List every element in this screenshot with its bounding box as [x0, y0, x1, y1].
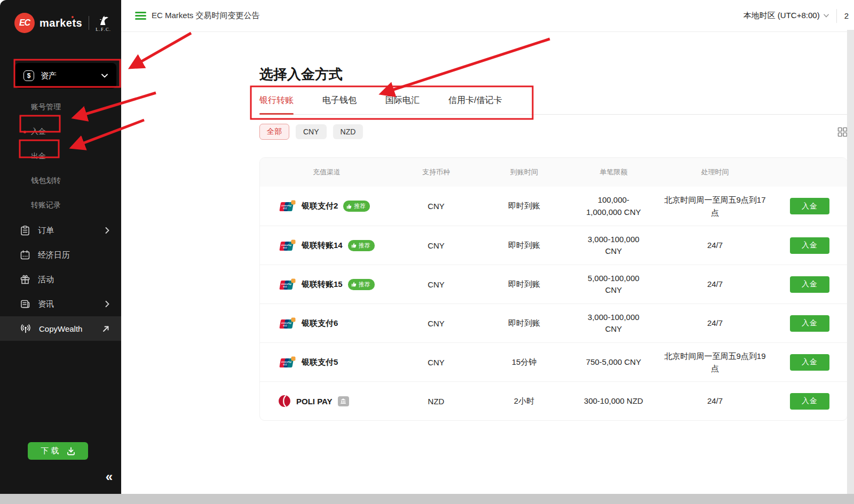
- deposit-channels-table: 充值渠道 支持币种 到账时间 单笔限额 处理时间 UnionPay: [259, 157, 848, 421]
- sidebar-item-account-management[interactable]: 账号管理: [0, 95, 121, 119]
- unread-dot: [23, 131, 26, 133]
- per-transaction-limit: 300-10,000 NZD: [584, 395, 643, 407]
- grid-view-toggle[interactable]: [837, 127, 848, 137]
- table-row: UnionPay 银联 银联支付2 推荐 CNY 即时到账 1: [260, 187, 847, 226]
- sidebar-item-withdraw[interactable]: 出金: [0, 144, 121, 169]
- table-row: UnionPay 银联 银联支付5 CNY 15分钟 750-5,000 CNY…: [260, 342, 847, 381]
- per-transaction-limit: 3,000-100,000 CNY: [580, 311, 647, 335]
- app-window: EC markets L.F.C. 资产 账号管理: [0, 0, 854, 504]
- svg-text:银联: 银联: [282, 207, 288, 210]
- sidebar-item-assets[interactable]: 资产: [15, 63, 116, 89]
- channel-name: POLI PAY: [296, 397, 333, 406]
- processing-time: 北京时间周一至周五9点到19点: [662, 350, 769, 375]
- thumbs-up-icon: [346, 204, 352, 209]
- announcement-banner[interactable]: EC Markets 交易时间变更公告: [135, 11, 260, 21]
- processing-time: 24/7: [707, 317, 723, 329]
- filter-cny[interactable]: CNY: [296, 124, 327, 139]
- arrival-time: 15分钟: [512, 357, 537, 367]
- table-header: 充值渠道 支持币种 到账时间 单笔限额 处理时间: [260, 158, 847, 187]
- timezone-label: 本地时区 (UTC+8:00): [744, 11, 820, 21]
- deposit-button[interactable]: 入金: [790, 393, 829, 410]
- filter-all[interactable]: 全部: [259, 124, 289, 140]
- svg-text:UnionPay: UnionPay: [281, 204, 292, 207]
- news-icon: [20, 299, 30, 309]
- deposit-button[interactable]: 入金: [790, 198, 829, 214]
- topbar-divider: [836, 9, 837, 23]
- svg-text:UnionPay: UnionPay: [281, 361, 292, 363]
- currency-filters: 全部 CNY NZD: [259, 124, 848, 140]
- calendar-icon: [20, 250, 30, 260]
- sidebar-item-news[interactable]: 资讯: [0, 292, 121, 316]
- processing-time: 24/7: [707, 395, 723, 407]
- filter-nzd[interactable]: NZD: [333, 124, 363, 139]
- external-link-icon: [102, 325, 109, 332]
- column-header: 充值渠道: [313, 167, 341, 177]
- arrival-time: 即时到账: [508, 241, 540, 251]
- sidebar-item-label: 出金: [31, 151, 46, 161]
- tab-e-wallet[interactable]: 电子钱包: [322, 95, 357, 114]
- logo: EC markets L.F.C.: [0, 0, 121, 38]
- sidebar-item-deposit[interactable]: 入金: [0, 119, 121, 144]
- deposit-button[interactable]: 入金: [790, 237, 829, 254]
- brand-name: markets: [39, 17, 82, 29]
- recommend-badge: 推荐: [348, 279, 375, 290]
- badge-label: 推荐: [359, 281, 370, 289]
- sidebar-item-economic-calendar[interactable]: 经济日历: [0, 243, 121, 267]
- thumbs-up-icon: [351, 282, 357, 287]
- download-icon: [67, 447, 75, 455]
- deposit-button[interactable]: 入金: [790, 354, 829, 371]
- arrival-time: 即时到账: [508, 279, 540, 290]
- download-button[interactable]: 下载: [28, 442, 88, 460]
- column-header: 单笔限额: [600, 167, 628, 177]
- tab-credit-debit-card[interactable]: 信用卡/借记卡: [448, 95, 502, 114]
- sidebar-main-menu: 订单 经济日历: [0, 218, 121, 341]
- svg-text:UnionPay: UnionPay: [281, 244, 292, 246]
- topbar: EC Markets 交易时间变更公告 本地时区 (UTC+8:00) 2: [121, 0, 854, 32]
- sidebar-item-transfer-records[interactable]: 转账记录: [0, 193, 121, 218]
- announcement-text: EC Markets 交易时间变更公告: [152, 11, 260, 21]
- logo-divider: [89, 16, 89, 30]
- unionpay-icon: UnionPay 银联: [278, 356, 296, 369]
- processing-time: 北京时间周一至周五9点到17点: [662, 194, 769, 219]
- sidebar-item-copywealth[interactable]: CopyWealth: [0, 316, 121, 341]
- tab-bank-transfer[interactable]: 银行转账: [259, 95, 294, 114]
- bank-badge: [338, 396, 349, 406]
- tab-international-wire[interactable]: 国际电汇: [385, 95, 420, 114]
- sidebar-item-wallet-transfer[interactable]: 钱包划转: [0, 169, 121, 193]
- per-transaction-limit: 3,000-100,000 CNY: [580, 234, 647, 258]
- processing-time: 24/7: [707, 278, 723, 290]
- supported-currency: CNY: [428, 202, 445, 211]
- svg-text:银联: 银联: [282, 324, 288, 327]
- sidebar-item-orders[interactable]: 订单: [0, 218, 121, 243]
- ec-markets-logo-icon: EC: [14, 13, 35, 33]
- table-row: UnionPay 银联 银联转账15 推荐 CNY 即时到账: [260, 265, 847, 303]
- supported-currency: CNY: [428, 280, 445, 289]
- arrival-time: 即时到账: [508, 318, 540, 329]
- badge-label: 推荐: [359, 242, 370, 250]
- timezone-selector[interactable]: 本地时区 (UTC+8:00): [744, 11, 829, 21]
- sidebar-item-promotions[interactable]: 活动: [0, 267, 121, 292]
- collapse-sidebar-button[interactable]: [106, 470, 113, 483]
- table-row: POLI PAY NZD 2小时 300-10,000 NZD 24/7 入金: [260, 381, 847, 420]
- sidebar-item-label: 转账记录: [31, 201, 61, 210]
- datetime-text: 2: [844, 11, 849, 20]
- page-title: 选择入金方式: [259, 65, 848, 84]
- per-transaction-limit: 5,000-100,000 CNY: [580, 273, 647, 297]
- table-row: UnionPay 银联 银联转账14 推荐 CNY 即时到账: [260, 226, 847, 265]
- channel-name: 银联支付2: [302, 201, 338, 211]
- table-row: UnionPay 银联 银联支付6 CNY 即时到账 3,000-100,000…: [260, 303, 847, 342]
- svg-text:银联: 银联: [282, 246, 288, 249]
- recommend-badge: 推荐: [343, 201, 370, 212]
- channel-name: 银联转账15: [302, 279, 343, 290]
- unionpay-icon: UnionPay 银联: [278, 317, 296, 330]
- deposit-button[interactable]: 入金: [790, 315, 829, 332]
- gift-icon: [20, 275, 30, 284]
- column-header: 处理时间: [701, 167, 729, 177]
- grid-icon: [837, 127, 848, 137]
- deposit-button[interactable]: 入金: [790, 276, 829, 293]
- poli-icon: [278, 395, 291, 407]
- svg-text:银联: 银联: [282, 363, 288, 366]
- chevron-right-icon: [105, 301, 109, 307]
- sidebar-item-label: 活动: [38, 275, 54, 285]
- clipboard-icon: [20, 226, 30, 236]
